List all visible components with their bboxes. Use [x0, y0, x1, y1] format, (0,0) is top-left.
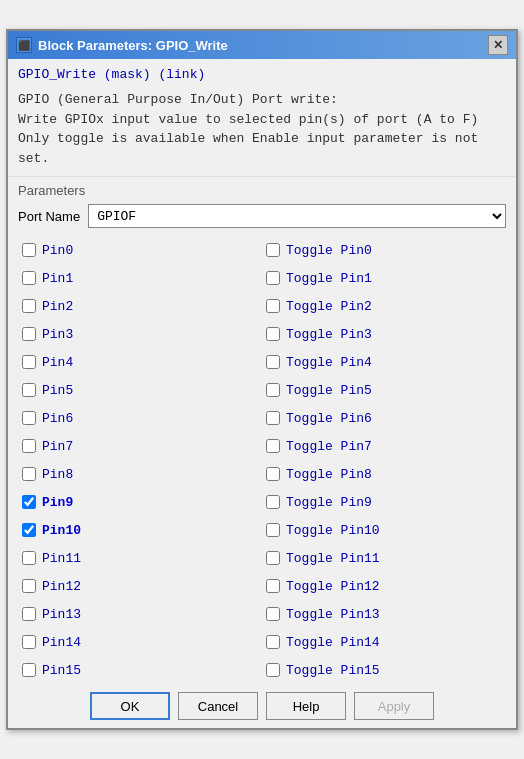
- ok-button[interactable]: OK: [90, 692, 170, 720]
- pin7-label: Pin7: [42, 439, 73, 454]
- pin-row-11: Pin11: [18, 544, 262, 572]
- title-bar: ⬛ Block Parameters: GPIO_Write ✕: [8, 31, 516, 59]
- pin12-label: Pin12: [42, 579, 81, 594]
- toggle-row-8: Toggle Pin8: [262, 460, 506, 488]
- toggle2-checkbox[interactable]: [266, 299, 280, 313]
- toggle-row-7: Toggle Pin7: [262, 432, 506, 460]
- pin15-checkbox[interactable]: [22, 663, 36, 677]
- toggle4-checkbox[interactable]: [266, 355, 280, 369]
- help-button[interactable]: Help: [266, 692, 346, 720]
- pin11-checkbox[interactable]: [22, 551, 36, 565]
- pin4-checkbox[interactable]: [22, 355, 36, 369]
- toggle11-label: Toggle Pin11: [286, 551, 380, 566]
- toggle-row-11: Toggle Pin11: [262, 544, 506, 572]
- pin-row-1: Pin1: [18, 264, 262, 292]
- toggle11-checkbox[interactable]: [266, 551, 280, 565]
- toggle14-checkbox[interactable]: [266, 635, 280, 649]
- toggle7-label: Toggle Pin7: [286, 439, 372, 454]
- port-row: Port Name GPIOF GPIOA GPIOB GPIOC GPIOD …: [18, 204, 506, 228]
- toggle-row-12: Toggle Pin12: [262, 572, 506, 600]
- pin6-checkbox[interactable]: [22, 411, 36, 425]
- pin-row-13: Pin13: [18, 600, 262, 628]
- port-select[interactable]: GPIOF GPIOA GPIOB GPIOC GPIOD GPIOE: [88, 204, 506, 228]
- toggle-row-10: Toggle Pin10: [262, 516, 506, 544]
- window-title: Block Parameters: GPIO_Write: [38, 38, 228, 53]
- toggle-row-13: Toggle Pin13: [262, 600, 506, 628]
- pin14-label: Pin14: [42, 635, 81, 650]
- bottom-buttons: OK Cancel Help Apply: [8, 684, 516, 728]
- params-section: Parameters Port Name GPIOF GPIOA GPIOB G…: [8, 177, 516, 684]
- toggle-row-6: Toggle Pin6: [262, 404, 506, 432]
- pin-row-15: Pin15: [18, 656, 262, 684]
- pin4-label: Pin4: [42, 355, 73, 370]
- main-content: GPIO_Write (mask) (link) GPIO (General P…: [8, 59, 516, 684]
- toggle10-checkbox[interactable]: [266, 523, 280, 537]
- toggle12-checkbox[interactable]: [266, 579, 280, 593]
- pin6-label: Pin6: [42, 411, 73, 426]
- pin8-checkbox[interactable]: [22, 467, 36, 481]
- toggle15-checkbox[interactable]: [266, 663, 280, 677]
- toggle2-label: Toggle Pin2: [286, 299, 372, 314]
- cancel-button[interactable]: Cancel: [178, 692, 258, 720]
- pin13-checkbox[interactable]: [22, 607, 36, 621]
- pin-row-0: Pin0: [18, 236, 262, 264]
- pin-row-14: Pin14: [18, 628, 262, 656]
- apply-button[interactable]: Apply: [354, 692, 434, 720]
- toggle10-label: Toggle Pin10: [286, 523, 380, 538]
- toggle3-checkbox[interactable]: [266, 327, 280, 341]
- toggle13-label: Toggle Pin13: [286, 607, 380, 622]
- pin-row-4: Pin4: [18, 348, 262, 376]
- pin5-checkbox[interactable]: [22, 383, 36, 397]
- pin7-checkbox[interactable]: [22, 439, 36, 453]
- toggle0-label: Toggle Pin0: [286, 243, 372, 258]
- pin9-checkbox[interactable]: [22, 495, 36, 509]
- pin14-checkbox[interactable]: [22, 635, 36, 649]
- toggle0-checkbox[interactable]: [266, 243, 280, 257]
- toggle8-label: Toggle Pin8: [286, 467, 372, 482]
- pin11-label: Pin11: [42, 551, 81, 566]
- pin10-checkbox[interactable]: [22, 523, 36, 537]
- pin2-label: Pin2: [42, 299, 73, 314]
- pin3-checkbox[interactable]: [22, 327, 36, 341]
- pin-row-5: Pin5: [18, 376, 262, 404]
- pin15-label: Pin15: [42, 663, 81, 678]
- pin-row-7: Pin7: [18, 432, 262, 460]
- window-icon: ⬛: [16, 37, 32, 53]
- toggle9-label: Toggle Pin9: [286, 495, 372, 510]
- info-section: GPIO_Write (mask) (link) GPIO (General P…: [8, 59, 516, 177]
- toggle13-checkbox[interactable]: [266, 607, 280, 621]
- params-label: Parameters: [18, 183, 506, 198]
- toggle1-checkbox[interactable]: [266, 271, 280, 285]
- description-text: GPIO (General Purpose In/Out) Port write…: [18, 90, 506, 168]
- link-text[interactable]: GPIO_Write (mask) (link): [18, 67, 506, 82]
- main-window: ⬛ Block Parameters: GPIO_Write ✕ GPIO_Wr…: [6, 29, 518, 730]
- pin5-label: Pin5: [42, 383, 73, 398]
- toggle-row-14: Toggle Pin14: [262, 628, 506, 656]
- toggle9-checkbox[interactable]: [266, 495, 280, 509]
- pin3-label: Pin3: [42, 327, 73, 342]
- toggle15-label: Toggle Pin15: [286, 663, 380, 678]
- toggle8-checkbox[interactable]: [266, 467, 280, 481]
- toggle7-checkbox[interactable]: [266, 439, 280, 453]
- pin2-checkbox[interactable]: [22, 299, 36, 313]
- pin0-label: Pin0: [42, 243, 73, 258]
- pin-row-12: Pin12: [18, 572, 262, 600]
- toggle-row-9: Toggle Pin9: [262, 488, 506, 516]
- toggle4-label: Toggle Pin4: [286, 355, 372, 370]
- toggle-row-15: Toggle Pin15: [262, 656, 506, 684]
- pin8-label: Pin8: [42, 467, 73, 482]
- close-button[interactable]: ✕: [488, 35, 508, 55]
- pin0-checkbox[interactable]: [22, 243, 36, 257]
- pin1-checkbox[interactable]: [22, 271, 36, 285]
- port-name-label: Port Name: [18, 209, 80, 224]
- toggle5-checkbox[interactable]: [266, 383, 280, 397]
- toggle5-label: Toggle Pin5: [286, 383, 372, 398]
- toggle6-checkbox[interactable]: [266, 411, 280, 425]
- desc-line1: GPIO (General Purpose In/Out) Port write…: [18, 92, 478, 166]
- pin-row-9: Pin9: [18, 488, 262, 516]
- pin-row-8: Pin8: [18, 460, 262, 488]
- title-bar-left: ⬛ Block Parameters: GPIO_Write: [16, 37, 228, 53]
- pin1-label: Pin1: [42, 271, 73, 286]
- toggle-row-5: Toggle Pin5: [262, 376, 506, 404]
- pin12-checkbox[interactable]: [22, 579, 36, 593]
